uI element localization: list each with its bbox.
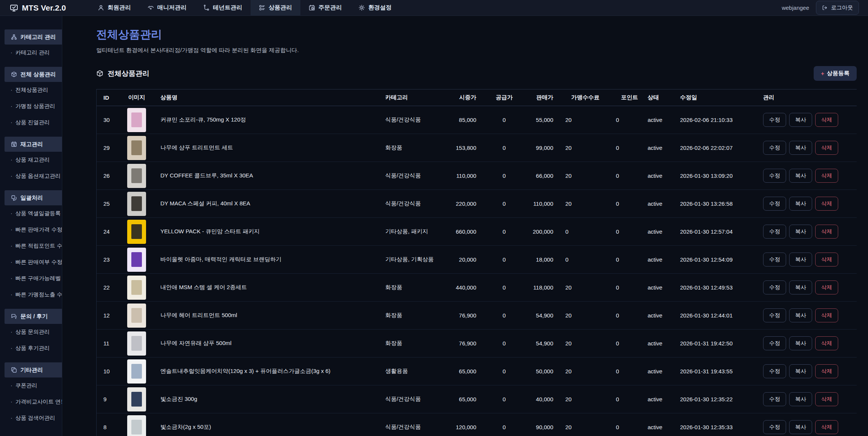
delete-button[interactable]: 삭제 [815, 308, 838, 322]
sidebar-item[interactable]: 상품 재고관리 [0, 152, 62, 168]
copy-button[interactable]: 복사 [789, 280, 812, 294]
sidebar-item[interactable]: 상품 문의관리 [0, 324, 62, 340]
sale-price: 18,000 [529, 256, 556, 263]
table-row: 10엔솔트내추럴잇몸케어치약(120g x 3) + 퓨어플러스가글소금(3g … [97, 357, 857, 385]
sidebar-item[interactable]: 상품 진열관리 [0, 114, 62, 131]
delete-button[interactable]: 삭제 [815, 392, 838, 406]
delete-button[interactable]: 삭제 [815, 141, 838, 155]
sidebar-item[interactable]: 상품 검색어관리 [0, 410, 62, 426]
copy-button[interactable]: 복사 [789, 420, 812, 434]
franchise-fee: 20 [556, 117, 615, 123]
sidebar-item[interactable]: 상품 옵션재고관리 [0, 168, 62, 184]
product-id: 9 [97, 396, 122, 402]
edit-button[interactable]: 수정 [763, 225, 786, 239]
sidebar-item[interactable]: 가격비교사이트 연동 [0, 394, 62, 410]
edit-button[interactable]: 수정 [763, 420, 786, 434]
edit-button[interactable]: 수정 [763, 197, 786, 211]
nav-item-2[interactable]: 테넌트관리 [195, 0, 251, 16]
delete-button[interactable]: 삭제 [815, 280, 838, 294]
page-title: 전체상품관리 [96, 27, 857, 42]
column-header: 포인트 [615, 94, 644, 101]
edit-button[interactable]: 수정 [763, 169, 786, 183]
nav-item-1[interactable]: 매니저관리 [139, 0, 195, 16]
product-image [122, 387, 151, 411]
product-image [122, 276, 151, 300]
sidebar-section-header-4[interactable]: 문의 / 후기 [5, 309, 62, 324]
nav-item-3[interactable]: 상품관리 [251, 0, 300, 16]
copy-button[interactable]: 복사 [789, 225, 812, 239]
edit-button[interactable]: 수정 [763, 392, 786, 406]
copy-button[interactable]: 복사 [789, 392, 812, 406]
points: 0 [615, 312, 644, 319]
sidebar-section-header-5[interactable]: 기타관리 [5, 362, 62, 377]
sidebar-item[interactable]: 상품 후기관리 [0, 340, 62, 356]
updated-at: 2026-02-06 21:10:33 [678, 117, 760, 123]
edit-button[interactable]: 수정 [763, 364, 786, 378]
layout: 카테고리 관리카테고리 관리전체 상품관리전체상품관리가맹점 상품관리상품 진열… [0, 16, 868, 436]
chat-icon [11, 313, 17, 319]
sidebar-item[interactable]: 빠른 적립포인트 수정 [0, 238, 62, 254]
sidebar-item[interactable]: 상품 엑셀일괄등록 [0, 205, 62, 222]
delete-button[interactable]: 삭제 [815, 420, 838, 434]
franchise-fee: 20 [556, 368, 615, 374]
column-header: 이미지 [122, 94, 151, 101]
product-thumbnail [127, 331, 146, 356]
sidebar-item[interactable]: 카테고리 관리 [0, 45, 62, 61]
product-id: 11 [97, 340, 122, 347]
edit-button[interactable]: 수정 [763, 280, 786, 294]
sidebar-item[interactable]: 가맹점 상품관리 [0, 98, 62, 114]
nav-item-0[interactable]: 회원관리 [89, 0, 139, 16]
edit-button[interactable]: 수정 [763, 113, 786, 127]
sidebar-item[interactable]: 빠른 판매여부 수정 [0, 254, 62, 270]
table-row: 23바이올렛 아줌마, 매력적인 캐릭터로 브랜딩하기기타상품, 기획상품20,… [97, 246, 857, 274]
sidebar-item[interactable]: 빠른 가맹점노출 수정 [0, 287, 62, 303]
edit-button[interactable]: 수정 [763, 336, 786, 350]
add-product-button[interactable]: + 상품등록 [814, 66, 857, 81]
copy-button[interactable]: 복사 [789, 308, 812, 322]
delete-button[interactable]: 삭제 [815, 253, 838, 267]
sidebar-item[interactable]: 쿠폰관리 [0, 377, 62, 394]
sidebar-section-0: 카테고리 관리카테고리 관리 [0, 29, 62, 61]
handshake-icon [148, 5, 154, 11]
sidebar-item[interactable]: 빠른 구매가능레벨 수정 [0, 270, 62, 287]
delete-button[interactable]: 삭제 [815, 197, 838, 211]
sidebar-item[interactable]: 빠른 판매가격 수정 [0, 222, 62, 238]
section-title: 전체상품관리 [96, 69, 149, 78]
sidebar-section-header-0[interactable]: 카테고리 관리 [5, 29, 62, 45]
edit-button[interactable]: 수정 [763, 141, 786, 155]
add-product-label: 상품등록 [827, 70, 850, 77]
row-actions: 수정복사삭제 [760, 336, 857, 350]
edit-button[interactable]: 수정 [763, 308, 786, 322]
copy-button[interactable]: 복사 [789, 197, 812, 211]
copy-button[interactable]: 복사 [789, 141, 812, 155]
sidebar-section-header-2[interactable]: 재고관리 [5, 137, 62, 152]
delete-button[interactable]: 삭제 [815, 336, 838, 350]
delete-button[interactable]: 삭제 [815, 113, 838, 127]
sale-price: 118,000 [529, 284, 556, 291]
logout-button[interactable]: 로그아웃 [816, 1, 859, 15]
delete-button[interactable]: 삭제 [815, 225, 838, 239]
sidebar-section-header-3[interactable]: 일괄처리 [5, 190, 62, 205]
sidebar-section-header-1[interactable]: 전체 상품관리 [5, 67, 62, 82]
copy-button[interactable]: 복사 [789, 364, 812, 378]
delete-button[interactable]: 삭제 [815, 169, 838, 183]
product-thumbnail [127, 248, 146, 272]
copy-button[interactable]: 복사 [789, 253, 812, 267]
nav-item-5[interactable]: 환경설정 [350, 0, 400, 16]
copy-button[interactable]: 복사 [789, 113, 812, 127]
column-header: 수정일 [678, 94, 760, 101]
product-id: 25 [97, 200, 122, 207]
product-id: 8 [97, 424, 122, 430]
package-icon [11, 71, 17, 77]
nav-item-4[interactable]: 주문관리 [300, 0, 350, 16]
main-content: 전체상품관리 멀티테넌트 환경에서 본사/대리점/가맹점 역할에 따라 분리된 … [62, 16, 868, 436]
product-category: 식품/건강식품 [382, 116, 449, 123]
delete-button[interactable]: 삭제 [815, 364, 838, 378]
market-price: 65,000 [449, 368, 479, 374]
logout-label: 로그아웃 [831, 4, 853, 11]
copy-button[interactable]: 복사 [789, 169, 812, 183]
copy-button[interactable]: 복사 [789, 336, 812, 350]
market-price: 440,000 [449, 284, 479, 291]
sidebar-item[interactable]: 전체상품관리 [0, 82, 62, 98]
edit-button[interactable]: 수정 [763, 253, 786, 267]
